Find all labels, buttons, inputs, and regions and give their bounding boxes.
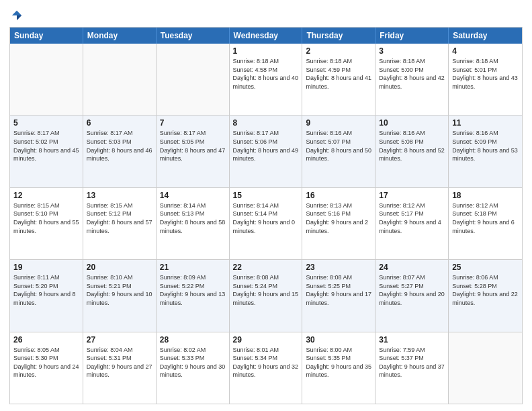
day-cell-29: 29Sunrise: 8:01 AM Sunset: 5:34 PM Dayli… bbox=[230, 332, 303, 404]
day-cell-19: 19Sunrise: 8:11 AM Sunset: 5:20 PM Dayli… bbox=[10, 260, 83, 331]
header-day-monday: Monday bbox=[83, 28, 157, 44]
day-cell-7: 7Sunrise: 8:17 AM Sunset: 5:05 PM Daylig… bbox=[157, 116, 230, 187]
svg-marker-1 bbox=[17, 15, 21, 20]
day-number: 2 bbox=[306, 46, 371, 56]
day-info: Sunrise: 8:18 AM Sunset: 4:59 PM Dayligh… bbox=[306, 57, 371, 91]
calendar-row-4: 19Sunrise: 8:11 AM Sunset: 5:20 PM Dayli… bbox=[10, 259, 522, 331]
day-number: 5 bbox=[13, 118, 79, 128]
logo bbox=[9, 9, 23, 23]
day-info: Sunrise: 8:12 AM Sunset: 5:17 PM Dayligh… bbox=[379, 201, 445, 235]
day-number: 14 bbox=[160, 191, 226, 200]
day-number: 24 bbox=[379, 263, 445, 272]
day-number: 8 bbox=[233, 118, 299, 128]
day-info: Sunrise: 8:12 AM Sunset: 5:18 PM Dayligh… bbox=[452, 201, 519, 235]
page: SundayMondayTuesdayWednesdayThursdayFrid… bbox=[0, 0, 532, 411]
day-info: Sunrise: 8:09 AM Sunset: 5:22 PM Dayligh… bbox=[160, 273, 226, 307]
day-cell-26: 26Sunrise: 8:05 AM Sunset: 5:30 PM Dayli… bbox=[10, 332, 83, 404]
day-number: 26 bbox=[13, 335, 79, 345]
day-info: Sunrise: 8:06 AM Sunset: 5:28 PM Dayligh… bbox=[452, 273, 519, 307]
day-number: 28 bbox=[160, 335, 226, 345]
day-cell-1: 1Sunrise: 8:18 AM Sunset: 4:58 PM Daylig… bbox=[230, 44, 303, 115]
day-info: Sunrise: 8:16 AM Sunset: 5:09 PM Dayligh… bbox=[452, 129, 519, 163]
day-number: 11 bbox=[452, 118, 519, 128]
logo-icon bbox=[11, 9, 23, 21]
calendar-row-3: 12Sunrise: 8:15 AM Sunset: 5:10 PM Dayli… bbox=[10, 187, 522, 259]
day-cell-3: 3Sunrise: 8:18 AM Sunset: 5:00 PM Daylig… bbox=[375, 44, 449, 115]
day-number: 30 bbox=[306, 335, 371, 345]
day-cell-12: 12Sunrise: 8:15 AM Sunset: 5:10 PM Dayli… bbox=[10, 188, 83, 259]
day-info: Sunrise: 8:16 AM Sunset: 5:07 PM Dayligh… bbox=[306, 129, 371, 163]
day-cell-11: 11Sunrise: 8:16 AM Sunset: 5:09 PM Dayli… bbox=[449, 116, 522, 187]
day-info: Sunrise: 8:02 AM Sunset: 5:33 PM Dayligh… bbox=[160, 346, 226, 379]
day-number: 7 bbox=[160, 118, 226, 128]
day-number: 21 bbox=[160, 263, 226, 272]
day-cell-10: 10Sunrise: 8:16 AM Sunset: 5:08 PM Dayli… bbox=[375, 116, 449, 187]
day-info: Sunrise: 8:13 AM Sunset: 5:16 PM Dayligh… bbox=[306, 201, 371, 235]
day-cell-20: 20Sunrise: 8:10 AM Sunset: 5:21 PM Dayli… bbox=[83, 260, 157, 331]
day-cell-30: 30Sunrise: 8:00 AM Sunset: 5:35 PM Dayli… bbox=[302, 332, 375, 404]
empty-cell bbox=[83, 44, 157, 115]
header-day-saturday: Saturday bbox=[449, 28, 522, 44]
day-number: 4 bbox=[452, 46, 519, 56]
day-cell-5: 5Sunrise: 8:17 AM Sunset: 5:02 PM Daylig… bbox=[10, 116, 83, 187]
day-cell-4: 4Sunrise: 8:18 AM Sunset: 5:01 PM Daylig… bbox=[449, 44, 522, 115]
day-info: Sunrise: 8:15 AM Sunset: 5:12 PM Dayligh… bbox=[87, 201, 152, 235]
day-cell-9: 9Sunrise: 8:16 AM Sunset: 5:07 PM Daylig… bbox=[302, 116, 375, 187]
empty-cell bbox=[157, 44, 230, 115]
day-info: Sunrise: 8:07 AM Sunset: 5:27 PM Dayligh… bbox=[379, 273, 445, 307]
day-info: Sunrise: 8:18 AM Sunset: 5:00 PM Dayligh… bbox=[379, 57, 445, 91]
day-cell-24: 24Sunrise: 8:07 AM Sunset: 5:27 PM Dayli… bbox=[375, 260, 449, 331]
day-number: 22 bbox=[233, 263, 299, 272]
day-number: 13 bbox=[87, 191, 152, 200]
empty-cell bbox=[10, 44, 83, 115]
day-number: 23 bbox=[306, 263, 371, 272]
day-info: Sunrise: 8:14 AM Sunset: 5:13 PM Dayligh… bbox=[160, 201, 226, 235]
day-number: 31 bbox=[379, 335, 445, 345]
day-number: 17 bbox=[379, 191, 445, 200]
day-cell-14: 14Sunrise: 8:14 AM Sunset: 5:13 PM Dayli… bbox=[157, 188, 230, 259]
day-info: Sunrise: 8:18 AM Sunset: 5:01 PM Dayligh… bbox=[452, 57, 519, 91]
day-info: Sunrise: 8:15 AM Sunset: 5:10 PM Dayligh… bbox=[13, 201, 79, 235]
day-info: Sunrise: 8:11 AM Sunset: 5:20 PM Dayligh… bbox=[13, 273, 79, 307]
day-cell-31: 31Sunrise: 7:59 AM Sunset: 5:37 PM Dayli… bbox=[375, 332, 449, 404]
header bbox=[9, 7, 523, 23]
empty-cell bbox=[449, 332, 522, 404]
day-info: Sunrise: 8:04 AM Sunset: 5:31 PM Dayligh… bbox=[87, 346, 152, 379]
day-cell-18: 18Sunrise: 8:12 AM Sunset: 5:18 PM Dayli… bbox=[449, 188, 522, 259]
header-day-friday: Friday bbox=[375, 28, 449, 44]
day-number: 12 bbox=[13, 191, 79, 200]
day-info: Sunrise: 8:08 AM Sunset: 5:24 PM Dayligh… bbox=[233, 273, 299, 307]
header-day-wednesday: Wednesday bbox=[230, 28, 303, 44]
day-number: 10 bbox=[379, 118, 445, 128]
day-cell-27: 27Sunrise: 8:04 AM Sunset: 5:31 PM Dayli… bbox=[83, 332, 157, 404]
day-cell-23: 23Sunrise: 8:08 AM Sunset: 5:25 PM Dayli… bbox=[302, 260, 375, 331]
day-info: Sunrise: 7:59 AM Sunset: 5:37 PM Dayligh… bbox=[379, 346, 445, 379]
day-number: 29 bbox=[233, 335, 299, 345]
day-cell-13: 13Sunrise: 8:15 AM Sunset: 5:12 PM Dayli… bbox=[83, 188, 157, 259]
day-cell-6: 6Sunrise: 8:17 AM Sunset: 5:03 PM Daylig… bbox=[83, 116, 157, 187]
header-day-thursday: Thursday bbox=[302, 28, 375, 44]
day-info: Sunrise: 8:10 AM Sunset: 5:21 PM Dayligh… bbox=[87, 273, 152, 307]
calendar-row-5: 26Sunrise: 8:05 AM Sunset: 5:30 PM Dayli… bbox=[10, 332, 522, 404]
header-day-sunday: Sunday bbox=[10, 28, 83, 44]
header-day-tuesday: Tuesday bbox=[157, 28, 230, 44]
day-cell-22: 22Sunrise: 8:08 AM Sunset: 5:24 PM Dayli… bbox=[230, 260, 303, 331]
day-info: Sunrise: 8:17 AM Sunset: 5:03 PM Dayligh… bbox=[87, 129, 152, 163]
svg-marker-0 bbox=[12, 11, 21, 15]
day-cell-15: 15Sunrise: 8:14 AM Sunset: 5:14 PM Dayli… bbox=[230, 188, 303, 259]
calendar-body: 1Sunrise: 8:18 AM Sunset: 4:58 PM Daylig… bbox=[10, 44, 522, 404]
day-info: Sunrise: 8:17 AM Sunset: 5:02 PM Dayligh… bbox=[13, 129, 79, 163]
day-cell-2: 2Sunrise: 8:18 AM Sunset: 4:59 PM Daylig… bbox=[302, 44, 375, 115]
day-cell-28: 28Sunrise: 8:02 AM Sunset: 5:33 PM Dayli… bbox=[157, 332, 230, 404]
day-info: Sunrise: 8:16 AM Sunset: 5:08 PM Dayligh… bbox=[379, 129, 445, 163]
day-number: 16 bbox=[306, 191, 371, 200]
day-number: 1 bbox=[233, 46, 299, 56]
day-cell-21: 21Sunrise: 8:09 AM Sunset: 5:22 PM Dayli… bbox=[157, 260, 230, 331]
day-number: 6 bbox=[87, 118, 152, 128]
calendar-header: SundayMondayTuesdayWednesdayThursdayFrid… bbox=[10, 28, 522, 44]
day-number: 27 bbox=[87, 335, 152, 345]
day-info: Sunrise: 8:14 AM Sunset: 5:14 PM Dayligh… bbox=[233, 201, 299, 235]
day-info: Sunrise: 8:01 AM Sunset: 5:34 PM Dayligh… bbox=[233, 346, 299, 379]
day-cell-16: 16Sunrise: 8:13 AM Sunset: 5:16 PM Dayli… bbox=[302, 188, 375, 259]
day-number: 15 bbox=[233, 191, 299, 200]
